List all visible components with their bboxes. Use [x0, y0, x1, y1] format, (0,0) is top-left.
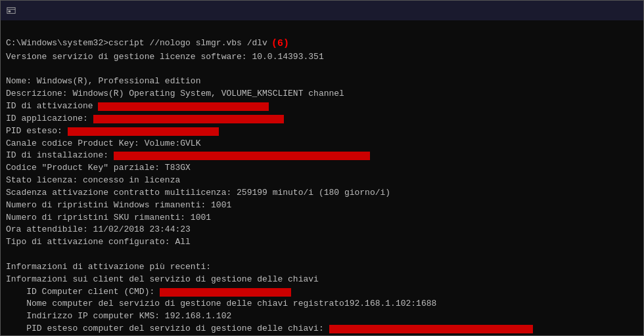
console-line: Scadenza attivazione contratto multilice… — [6, 187, 638, 200]
redacted-block — [68, 127, 219, 136]
console-line: C:\Windows\system32>cscript //nologo slm… — [6, 37, 638, 51]
console-line: Versione servizio di gestione licenze so… — [6, 51, 638, 64]
console-line: ID di installazione: — [6, 150, 638, 162]
console-line: PID esteso computer del servizio di gest… — [6, 323, 638, 335]
redacted-block — [93, 115, 284, 123]
console-line: Ora attendibile: 11/02/2018 23:44:23 — [6, 224, 638, 236]
console-line: Nome: Windows(R), Professional edition — [6, 75, 638, 88]
console-line: Codice "Product Key" parziale: T83GX — [6, 162, 638, 175]
console-line: PID esteso: — [6, 125, 638, 138]
redacted-block — [160, 288, 291, 297]
console-line: ID Computer client (CMD): — [6, 286, 638, 299]
svg-rect-2 — [9, 10, 11, 12]
minimize-button[interactable] — [547, 1, 578, 20]
console-line: Numero di ripristini Windows rimanenti: … — [6, 200, 638, 212]
window-icon — [6, 5, 16, 16]
redacted-block — [114, 152, 370, 160]
console-output: C:\Windows\system32>cscript //nologo slm… — [1, 20, 643, 335]
console-line: ID applicazione: — [6, 113, 638, 125]
console-line: Informazioni di attivazione più recenti: — [6, 261, 638, 274]
console-line: ID di attivazione — [6, 100, 638, 113]
console-line: Tipo di attivazione configurato: All — [6, 236, 638, 249]
titlebar — [1, 1, 643, 20]
console-line: Nome computer del servizio di gestione d… — [6, 298, 638, 310]
console-line — [6, 24, 638, 37]
window-controls — [547, 1, 638, 20]
console-line: Numero di ripristini SKU rimanenti: 1001 — [6, 212, 638, 224]
console-line: Indirizzo IP computer KMS: 192.168.1.102 — [6, 310, 638, 323]
console-line: Stato licenza: concesso in licenza — [6, 175, 638, 187]
window: C:\Windows\system32>cscript //nologo slm… — [0, 0, 644, 336]
redacted-block — [98, 102, 269, 111]
console-line: Informazioni sui client del servizio di … — [6, 274, 638, 286]
console-line — [6, 63, 638, 75]
console-line: Canale codice Product Key: Volume:GVLK — [6, 138, 638, 150]
redacted-block — [329, 325, 533, 333]
red-label: (6) — [271, 37, 289, 51]
maximize-button[interactable] — [578, 1, 608, 20]
console-line — [6, 249, 638, 261]
console-line: Descrizione: Windows(R) Operating System… — [6, 88, 638, 100]
close-button[interactable] — [608, 1, 638, 20]
